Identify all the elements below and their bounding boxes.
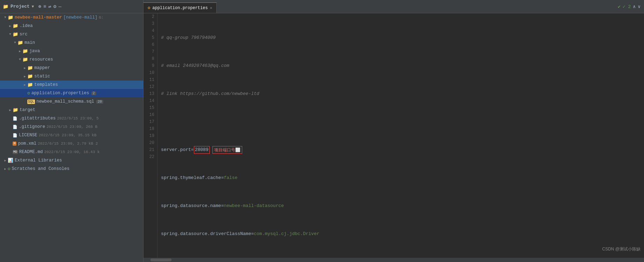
project-dropdown[interactable]: ▼ — [32, 5, 34, 9]
app-props-badge: 2 — [91, 91, 96, 95]
arrow-idea: ▶ — [8, 24, 13, 28]
folder-resources-icon: 📁 — [22, 57, 28, 62]
sidebar-item-gitignore[interactable]: 📄 .gitignore 2022/6/15 23:09, 268 B — [0, 123, 143, 131]
sidebar-item-main[interactable]: ▼ 📁 main — [0, 39, 143, 47]
check-count-area: ✔ ✓ 2 ∧ ∨ — [618, 4, 640, 9]
arrow-java: ▶ — [18, 49, 22, 53]
code-line-6: server.port=28089项目端口号⬜ — [161, 146, 644, 153]
sidebar-item-license[interactable]: 📄 LICENSE 2022/6/15 23:09, 35.15 kB — [0, 131, 143, 139]
folder-java-icon: 📁 — [22, 48, 28, 54]
sidebar-item-resources[interactable]: ▼ 📁 resources — [0, 55, 143, 64]
sidebar-item-src[interactable]: ▼ 📁 src — [0, 30, 143, 39]
code-line-5 — [161, 118, 644, 125]
sidebar-item-sql[interactable]: SQL newbee_mall_schema.sql 20 — [0, 97, 143, 106]
sql-label: newbee_mall_schema.sql — [36, 99, 94, 104]
line-num-7: 8 — [144, 55, 154, 62]
line-num-18: 19 — [144, 132, 154, 139]
editor-content[interactable]: 2 3 4 5 6 7 8 9 10 11 12 13 14 15 — [144, 13, 644, 258]
sidebar-item-gitattributes[interactable]: 📄 .gitattributes 2022/6/15 23:09, 5 — [0, 114, 143, 123]
code-content[interactable]: # qq-group 796794009 # email 2449207463@… — [158, 13, 644, 258]
sql-badge: 20 — [96, 100, 103, 104]
line-num-10: 11 — [144, 76, 154, 83]
line-num-2: 3 — [144, 20, 154, 27]
tab-close-button[interactable]: ✕ — [210, 6, 212, 10]
check-count: ✓ 2 — [623, 4, 631, 9]
code-line-8: spring.datasource.name=newbee-mall-datas… — [161, 202, 644, 209]
key-ds-name: spring.datasource.name= — [161, 202, 224, 209]
horizontal-scrollbar[interactable] — [144, 258, 644, 262]
line-num-11: 12 — [144, 83, 154, 90]
comment-3: # email 2449207463@qq.com — [161, 62, 229, 69]
icon-minimize[interactable]: — — [58, 4, 61, 9]
scratches-icon: ⚙ — [8, 166, 10, 172]
sidebar-item-ext-libs[interactable]: ▶ 📊 External Libraries — [0, 156, 143, 165]
arrow-mapper: ▶ — [22, 66, 27, 70]
line-num-14: 15 — [144, 104, 154, 111]
gitignore-meta: 2022/6/15 23:09, 268 B — [47, 125, 97, 129]
file-gitignore-icon: 📄 — [13, 125, 18, 129]
gitattr-meta: 2022/6/15 23:09, 5 — [57, 116, 99, 120]
line-num-4: 5 — [144, 34, 154, 41]
line-num-12: 13 — [144, 90, 154, 97]
resources-label: resources — [29, 57, 53, 62]
tab-label: application.properties — [152, 6, 208, 11]
sidebar-item-static[interactable]: ▶ 📁 static — [0, 72, 143, 81]
readme-meta: 2022/6/15 23:09, 16.43 k — [44, 150, 99, 154]
arrow-scratches: ▶ — [3, 167, 8, 171]
line-num-20: 21 — [144, 146, 154, 153]
sidebar-item-mapper[interactable]: ▶ 📁 mapper — [0, 64, 143, 72]
arrow-resources: ▼ — [18, 58, 22, 61]
comment-2: # qq-group 796794009 — [161, 34, 216, 41]
code-line-3: # email 2449207463@qq.com — [161, 62, 644, 69]
val-ds-name: newbee-mall-datasource — [224, 202, 284, 209]
val-false: false — [224, 174, 237, 181]
annotation-port: 项目端口号⬜ — [212, 146, 242, 154]
file-pom-icon: M — [13, 142, 16, 146]
line-num-17: 18 — [144, 125, 154, 132]
sidebar-item-target[interactable]: ▶ 📁 target — [0, 106, 143, 114]
up-arrow[interactable]: ∧ — [633, 4, 636, 9]
line-num-9: 10 — [144, 69, 154, 76]
sidebar-item-idea[interactable]: ▶ 📁 .idea — [0, 22, 143, 30]
folder-static-icon: 📁 — [27, 74, 33, 79]
sidebar-item-app-props[interactable]: ⚙ application.properties 2 — [0, 89, 143, 97]
line-numbers: 2 3 4 5 6 7 8 9 10 11 12 13 14 15 — [144, 13, 158, 258]
arrow-templates: ▶ — [22, 83, 27, 87]
line-num-1: 2 — [144, 13, 154, 20]
idea-label: .idea — [20, 23, 33, 28]
scroll-thumb[interactable] — [150, 258, 172, 261]
code-line-4: # link https://github.com/newbee-ltd — [161, 90, 644, 97]
app-props-label: application.properties — [31, 91, 89, 96]
arrow-ext-libs: ▶ — [3, 159, 8, 163]
sidebar-item-java[interactable]: ▶ 📁 java — [0, 47, 143, 55]
icon-settings[interactable]: ⚙ — [54, 4, 56, 9]
icon-globe[interactable]: ⊕ — [38, 4, 41, 9]
sidebar-item-pom[interactable]: M pom.xml 2022/6/15 23:09, 2.79 kB 2 — [0, 139, 143, 148]
sidebar-item-templates[interactable]: ▶ 📁 templates — [0, 81, 143, 89]
folder-target-icon: 📁 — [13, 107, 18, 113]
scratches-label: Scratches and Consoles — [12, 166, 70, 171]
icon-list[interactable]: ≡ — [43, 4, 46, 9]
tab-file-icon: ⚙ — [148, 5, 150, 11]
sidebar-item-scratches[interactable]: ▶ ⚙ Scratches and Consoles — [0, 165, 143, 173]
target-label: target — [20, 108, 35, 112]
icon-sync[interactable]: ⇌ — [48, 4, 51, 9]
code-line-2: # qq-group 796794009 — [161, 34, 644, 41]
file-readme-icon: MD — [13, 150, 18, 154]
code-line-7: spring.thymeleaf.cache=false — [161, 174, 644, 181]
folder-mapper-icon: 📁 — [27, 65, 33, 71]
down-arrow[interactable]: ∨ — [638, 4, 640, 9]
main-label: main — [24, 40, 35, 45]
folder-templates-icon: 📁 — [27, 82, 33, 88]
sidebar-item-readme[interactable]: MD README.md 2022/6/15 23:09, 16.43 k — [0, 148, 143, 156]
file-sql-icon: SQL — [27, 99, 35, 104]
check-mark: ✔ — [618, 4, 621, 9]
folder-icon: 📁 — [3, 4, 8, 9]
project-header: 📁 Project ▼ ⊕ ≡ ⇌ ⚙ — — [0, 0, 144, 13]
src-label: src — [20, 32, 28, 37]
static-label: static — [34, 74, 50, 79]
comment-4: # link https://github.com/newbee-ltd — [161, 90, 259, 97]
arrow-static: ▶ — [22, 75, 27, 78]
tab-application-properties[interactable]: ⚙ application.properties ✕ — [144, 2, 217, 13]
sidebar-item-root[interactable]: ▼ 📁 newbee-mall-master [newbee-mall] G: — [0, 13, 143, 22]
